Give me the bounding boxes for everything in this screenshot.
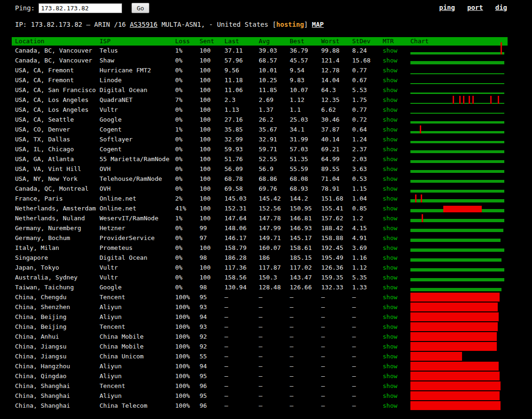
cell-location: China, Beijing [12, 322, 100, 332]
map-link[interactable]: MAP [312, 21, 324, 28]
loss-spike [415, 194, 416, 202]
cell-chart [410, 312, 508, 322]
ping-target-input[interactable] [39, 3, 122, 13]
cell-loss: 100% [175, 312, 200, 322]
mtr-show-link[interactable]: show [383, 205, 397, 212]
mtr-show-link[interactable]: show [383, 372, 397, 380]
cell-stdev: 0.67 [352, 75, 383, 85]
mtr-show-link[interactable]: show [383, 244, 397, 251]
mtr-show-link[interactable]: show [383, 234, 397, 241]
cell-isp: Softlayer [100, 134, 175, 144]
cell-chart [410, 292, 508, 302]
mtr-show-link[interactable]: show [383, 185, 397, 192]
cell-loss: 100% [175, 391, 200, 401]
top-link-dig[interactable]: dig [495, 4, 507, 11]
mtr-show-link[interactable]: show [383, 323, 397, 330]
mtr-show-link[interactable]: show [383, 106, 397, 113]
cell-last: – [224, 381, 259, 391]
mtr-show-link[interactable]: show [383, 77, 397, 84]
mtr-show-link[interactable]: show [383, 126, 397, 133]
mtr-show-link[interactable]: show [383, 225, 397, 232]
cell-isp: OVH [100, 164, 175, 174]
mtr-show-link[interactable]: show [383, 86, 397, 93]
mtr-show-link[interactable]: show [383, 353, 397, 360]
top-link-ping[interactable]: ping [439, 4, 455, 11]
loss-spike [421, 194, 422, 202]
mtr-show-link[interactable]: show [383, 175, 397, 182]
cell-mtr: show [383, 282, 410, 292]
cell-loss: 100% [175, 302, 200, 312]
mtr-show-link[interactable]: show [383, 136, 397, 143]
cell-mtr: show [383, 292, 410, 302]
cell-mtr: show [383, 95, 410, 105]
cell-worst: 12.35 [321, 95, 352, 105]
cell-avg: 149.71 [259, 233, 290, 243]
mtr-show-link[interactable]: show [383, 392, 397, 399]
top-link-port[interactable]: port [467, 4, 483, 11]
cell-sent: 95 [200, 391, 224, 401]
mtr-show-link[interactable]: show [383, 294, 397, 301]
cell-chart [410, 233, 508, 243]
loss-block [410, 322, 498, 331]
cell-best: – [290, 381, 321, 391]
go-button[interactable]: Go [131, 3, 149, 13]
loss-spike [472, 96, 474, 104]
mtr-show-link[interactable]: show [383, 382, 397, 389]
cell-best: – [290, 322, 321, 332]
cell-avg: 160.07 [259, 243, 290, 253]
mtr-show-link[interactable]: show [383, 274, 397, 281]
mtr-show-link[interactable]: show [383, 96, 397, 103]
chart-sparkline [410, 174, 504, 184]
cell-isp: Digital Ocean [100, 85, 175, 95]
cell-location: China, Shanghai [12, 401, 100, 411]
mtr-show-link[interactable]: show [383, 155, 397, 163]
mtr-show-link[interactable]: show [383, 165, 397, 172]
mtr-show-link[interactable]: show [383, 303, 397, 310]
mtr-show-link[interactable]: show [383, 254, 397, 261]
chart-sparkline [410, 144, 504, 154]
mtr-show-link[interactable]: show [383, 402, 397, 409]
mtr-show-link[interactable]: show [383, 284, 397, 291]
cell-sent: 95 [200, 292, 224, 302]
asn-link[interactable]: AS35916 [130, 21, 157, 28]
cell-avg: 128.48 [259, 282, 290, 292]
cell-sent: 100 [200, 75, 224, 85]
mtr-show-link[interactable]: show [383, 343, 397, 350]
mtr-show-link[interactable]: show [383, 146, 397, 153]
cell-best: 126.66 [290, 282, 321, 292]
cell-worst: 40.14 [321, 134, 352, 144]
mtr-show-link[interactable]: show [383, 363, 397, 370]
cell-location: Japan, Tokyo [12, 263, 100, 272]
cell-mtr: show [383, 253, 410, 263]
latency-band [410, 121, 504, 124]
cell-sent: 100 [200, 95, 224, 105]
cell-isp: ProviderService [100, 233, 175, 243]
mtr-show-link[interactable]: show [383, 215, 397, 222]
mtr-show-link[interactable]: show [383, 313, 397, 320]
cell-best: 146.81 [290, 213, 321, 223]
table-row: USA, CA, San FranciscoDigital Ocean0%100… [12, 85, 508, 95]
column-header-mtr: MTR [383, 37, 410, 46]
cell-worst: 157.62 [321, 213, 352, 223]
mtr-show-link[interactable]: show [383, 47, 397, 54]
cell-location: USA, CA, Seattle [12, 115, 100, 124]
chart-sparkline [410, 341, 504, 351]
mtr-show-link[interactable]: show [383, 67, 397, 74]
latency-band [410, 150, 504, 153]
cell-worst: – [321, 391, 352, 401]
cell-avg: 150.3 [259, 272, 290, 282]
chart-sparkline [410, 115, 504, 124]
cell-isp: Online.net [100, 203, 175, 213]
latency-band [410, 288, 501, 291]
mtr-show-link[interactable]: show [383, 116, 397, 123]
mtr-show-link[interactable]: show [383, 333, 397, 340]
chart-sparkline [410, 85, 504, 95]
mtr-show-link[interactable]: show [383, 195, 397, 202]
cell-loss: 100% [175, 371, 200, 381]
cell-location: China, Chengdu [12, 292, 100, 302]
loss-block [410, 391, 500, 400]
mtr-show-link[interactable]: show [383, 264, 397, 271]
cell-worst: – [321, 341, 352, 351]
mtr-show-link[interactable]: show [383, 57, 397, 64]
cell-avg: – [259, 381, 290, 391]
